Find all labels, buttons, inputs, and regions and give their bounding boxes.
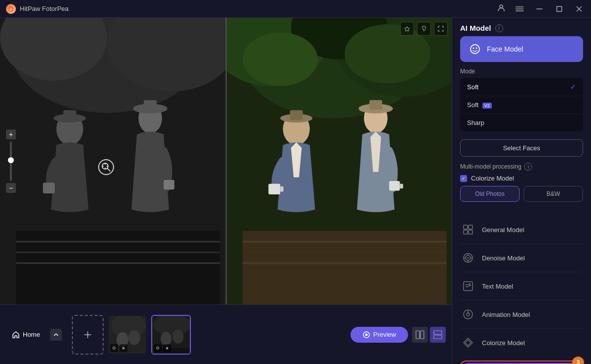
multi-model-section: Multi-model processing i ✓ Colorize Mode… <box>460 163 583 208</box>
svg-point-91 <box>467 313 470 316</box>
animation-model-icon <box>460 306 476 322</box>
svg-rect-67 <box>420 331 424 339</box>
multi-model-title: Multi-model processing <box>460 163 521 170</box>
svg-rect-50 <box>369 100 382 110</box>
text-model-name: Text Model <box>482 283 513 290</box>
close-button[interactable] <box>573 3 585 15</box>
export-border: 3 Export <box>460 361 583 364</box>
mode-sharp-label: Sharp <box>467 119 484 126</box>
image-compare <box>0 18 452 304</box>
model-item-text[interactable]: Text Model <box>460 272 583 301</box>
image-after <box>226 18 452 304</box>
thumb-icons-2: ⚙ ★ <box>154 344 171 352</box>
denoise-model-name: Denoise Model <box>482 254 525 262</box>
collapse-button[interactable] <box>50 329 62 341</box>
ai-model-info-icon[interactable]: i <box>495 24 503 32</box>
image-before <box>0 18 226 304</box>
svg-rect-73 <box>464 225 468 229</box>
zoom-out-button[interactable]: − <box>6 183 16 193</box>
mode-option-soft-v2[interactable]: Soft V2 <box>460 96 583 114</box>
titlebar-left: P HitPaw FotorPea <box>6 4 68 14</box>
add-image-button[interactable] <box>72 315 104 355</box>
colorize-model-icon <box>460 335 476 351</box>
menu-icon[interactable] <box>514 3 526 15</box>
preview-button[interactable]: Preview <box>351 327 408 343</box>
thumbnails: ⚙ ★ ⚙ <box>66 315 347 355</box>
dislike-button[interactable] <box>417 22 431 36</box>
view-toggle <box>412 327 446 343</box>
thumbnail-1[interactable]: ⚙ ★ <box>108 315 147 355</box>
titlebar-controls <box>497 3 585 15</box>
denoise-model-icon <box>460 250 476 266</box>
general-model-icon <box>460 222 476 238</box>
zoom-slider-thumb[interactable] <box>8 157 14 163</box>
svg-point-70 <box>471 45 479 54</box>
svg-rect-68 <box>434 331 442 334</box>
model-item-animation[interactable]: Animation Model <box>460 301 583 329</box>
svg-rect-84 <box>464 282 473 291</box>
image-viewer: + − <box>0 18 452 304</box>
colorize-model-name: Colorize Model <box>482 339 525 347</box>
zoom-slider[interactable] <box>10 141 12 181</box>
maximize-button[interactable] <box>553 3 565 15</box>
model-item-denoise[interactable]: Denoise Model <box>460 244 583 272</box>
mode-option-soft[interactable]: Soft ✓ <box>460 78 583 96</box>
zoom-in-button[interactable]: + <box>6 129 16 139</box>
thumbnail-2[interactable]: ⚙ ★ <box>151 315 191 355</box>
svg-point-65 <box>365 333 367 336</box>
export-area: 3 Export <box>452 357 591 364</box>
zoom-controls: + − <box>6 129 16 193</box>
svg-point-37 <box>242 32 318 86</box>
svg-point-79 <box>468 257 469 259</box>
face-model-card[interactable]: Face Model <box>460 36 583 62</box>
svg-line-27 <box>107 168 110 171</box>
svg-rect-66 <box>416 331 419 339</box>
animation-model-name: Animation Model <box>482 311 530 318</box>
face-model-label: Face Model <box>487 45 523 53</box>
titlebar: P HitPaw FotorPea <box>0 0 591 18</box>
colorize-checkbox[interactable]: ✓ <box>460 175 467 182</box>
side-by-side-button[interactable] <box>430 327 446 343</box>
mode-soft-v2-label: Soft V2 <box>467 101 492 109</box>
multi-model-info-icon[interactable]: i <box>524 163 532 171</box>
face-model-icon <box>468 42 482 56</box>
like-button[interactable] <box>400 22 414 36</box>
old-photos-button[interactable]: Old Photos <box>460 186 520 202</box>
color-photo-svg <box>227 18 452 304</box>
svg-point-62 <box>173 330 183 344</box>
svg-point-58 <box>128 330 140 345</box>
model-item-colorize[interactable]: Colorize Model <box>460 329 583 357</box>
svg-point-2 <box>500 5 503 8</box>
svg-rect-51 <box>389 181 400 190</box>
mode-option-sharp[interactable]: Sharp <box>460 114 583 131</box>
svg-rect-74 <box>469 225 473 229</box>
home-label: Home <box>23 331 40 338</box>
svg-rect-20 <box>63 110 76 120</box>
svg-rect-24 <box>144 100 157 110</box>
thumb-icon-settings-2: ⚙ <box>154 344 162 352</box>
thumb-icon-settings: ⚙ <box>110 344 118 352</box>
svg-rect-46 <box>268 183 280 194</box>
image-panel: + − <box>0 18 452 364</box>
fullscreen-button[interactable] <box>434 22 448 36</box>
svg-rect-75 <box>464 230 468 234</box>
profile-icon[interactable] <box>497 3 506 14</box>
svg-point-71 <box>473 48 474 49</box>
general-model-name: General Model <box>482 226 524 234</box>
photo-toggle: Old Photos B&W <box>460 186 583 202</box>
app-title: HitPaw FotorPea <box>20 5 68 12</box>
thumb-icons: ⚙ ★ <box>110 344 127 352</box>
split-view-button[interactable] <box>412 327 428 343</box>
home-button[interactable]: Home <box>6 328 46 342</box>
svg-rect-7 <box>557 6 562 11</box>
svg-rect-69 <box>434 335 442 339</box>
model-item-general[interactable]: General Model <box>460 216 583 244</box>
svg-point-72 <box>476 48 477 49</box>
minimize-button[interactable] <box>533 3 545 15</box>
bottom-bar: Home <box>0 304 452 364</box>
select-faces-button[interactable]: Select Faces <box>460 139 583 157</box>
mode-section: Mode Soft ✓ Soft V2 Sharp <box>460 68 583 131</box>
svg-rect-45 <box>290 110 302 120</box>
bw-button[interactable]: B&W <box>524 186 583 202</box>
model-list: General Model Denoise Model <box>452 216 591 357</box>
